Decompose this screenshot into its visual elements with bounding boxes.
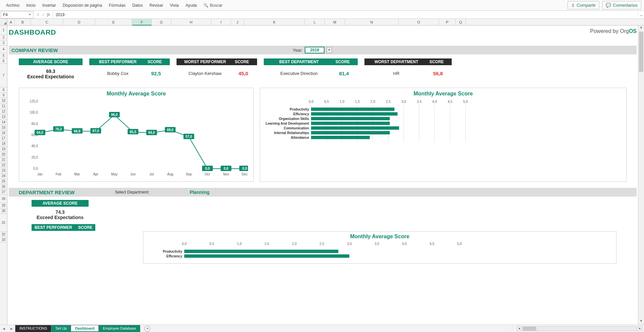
row-header-10[interactable]: 10 — [0, 98, 7, 103]
search-box[interactable]: 🔍 Buscar — [200, 1, 226, 10]
row-header-9[interactable]: 9 — [0, 93, 7, 98]
hscroll-right-icon[interactable]: ► — [637, 326, 643, 331]
row-header-14[interactable]: 14 — [0, 120, 7, 125]
worksheet-content[interactable]: Powered by OrgOS DASHBOARD COMPANY REVIE… — [7, 26, 638, 325]
tab-nav-prev-icon[interactable]: ◄ — [0, 327, 8, 331]
svg-text:Learning And Development: Learning And Development — [265, 122, 309, 125]
vertical-scrollbar[interactable]: ▲ ▼ — [638, 26, 644, 325]
formula-expand-icon[interactable]: ⌄ — [638, 12, 644, 17]
column-header-Q[interactable]: Q — [456, 19, 466, 26]
column-header-H[interactable]: H — [171, 19, 211, 26]
scroll-thumb[interactable] — [639, 32, 643, 72]
row-header-18[interactable]: 18 — [0, 141, 7, 147]
row-header-15[interactable]: 15 — [0, 125, 7, 130]
menu-disposicion[interactable]: Disposición de página — [59, 1, 105, 10]
select-all-corner[interactable] — [0, 19, 7, 26]
row-header-21[interactable]: 21 — [0, 157, 7, 163]
scroll-up-icon[interactable]: ▲ — [638, 26, 644, 31]
menu-formulas[interactable]: Fórmulas — [105, 1, 129, 10]
row-header-30[interactable]: 30 — [0, 208, 7, 214]
row-header-7[interactable]: 7 — [0, 64, 7, 87]
hscroll-left-icon[interactable]: ◄ — [516, 326, 522, 331]
svg-text:Communication: Communication — [284, 126, 309, 130]
chart-category-bars[interactable]: Monthly Average Score 0,00,51,01,52,02,5… — [260, 88, 627, 182]
column-header-D[interactable]: D — [63, 19, 95, 26]
scroll-down-icon[interactable]: ▼ — [638, 319, 644, 325]
row-header-29[interactable]: 29 — [0, 203, 7, 208]
row-header-27[interactable]: 27 — [0, 190, 7, 195]
column-header-B[interactable]: B — [15, 19, 31, 26]
row-header-4[interactable]: 4 — [0, 46, 7, 53]
svg-text:67,0: 67,0 — [93, 129, 99, 133]
column-header-M[interactable]: M — [325, 19, 345, 26]
sheet-tab-dashboard[interactable]: Dashboard — [71, 325, 99, 332]
fx-icon[interactable]: fx — [47, 12, 50, 17]
row-header-26[interactable]: 26 — [0, 184, 7, 190]
cancel-formula-icon[interactable]: ✕ — [36, 12, 40, 17]
tab-split-handle[interactable]: ⋮ — [510, 326, 516, 331]
menu-inicio[interactable]: Inicio — [23, 1, 39, 10]
sheet-tab-set-up[interactable]: Set Up — [51, 325, 71, 332]
row-header-12[interactable]: 12 — [0, 109, 7, 114]
row-header-24[interactable]: 24 — [0, 173, 7, 179]
column-header-N[interactable]: N — [345, 19, 399, 26]
row-header-8[interactable]: 8 — [0, 87, 7, 93]
dashboard-title: DASHBOARD — [9, 28, 637, 36]
menu-revisar[interactable]: Revisar — [146, 1, 167, 10]
chart-monthly-line[interactable]: Monthly Average Score 0,020,040,060,080,… — [19, 88, 254, 182]
formula-input[interactable]: 2019 — [53, 11, 638, 18]
year-dropdown-icon[interactable]: ▼ — [327, 47, 332, 53]
menu-vista[interactable]: Vista — [166, 1, 182, 10]
column-header-O[interactable]: O — [399, 19, 439, 26]
share-button[interactable]: ⇫ Compartir — [567, 1, 599, 9]
tab-nav-next-icon[interactable]: ► — [8, 327, 15, 331]
row-header-33[interactable]: 33 — [0, 237, 7, 243]
column-header-A[interactable]: A — [7, 19, 15, 26]
svg-text:4,5: 4,5 — [448, 100, 452, 103]
hscroll-thumb[interactable] — [523, 327, 536, 331]
row-header-6[interactable]: 6 — [0, 58, 7, 64]
year-cell[interactable]: 2019 — [305, 47, 325, 53]
column-header-G[interactable]: G — [152, 19, 171, 26]
column-header-C[interactable]: C — [31, 19, 63, 26]
row-header-28[interactable]: 28 — [0, 195, 7, 203]
sheet-tab-instructions[interactable]: INSTRUCTIONS — [15, 325, 52, 332]
row-header-13[interactable]: 13 — [0, 114, 7, 120]
column-header-I[interactable]: I — [211, 19, 231, 26]
row-header-17[interactable]: 17 — [0, 136, 7, 141]
column-header-K[interactable]: K — [244, 19, 305, 26]
row-header-32[interactable]: 32 — [0, 232, 7, 237]
name-box[interactable]: F4 ▼ — [1, 11, 34, 18]
svg-text:Dec: Dec — [242, 172, 248, 176]
horizontal-scrollbar[interactable] — [523, 326, 637, 331]
row-header-25[interactable]: 25 — [0, 179, 7, 184]
menu-datos[interactable]: Datos — [129, 1, 146, 10]
row-header-1[interactable]: 1 — [0, 26, 7, 35]
menu-ayuda[interactable]: Ayuda — [182, 1, 200, 10]
row-header-20[interactable]: 20 — [0, 152, 7, 157]
column-header-J[interactable]: J — [231, 19, 244, 26]
comments-button[interactable]: 💬 Comentarios — [602, 1, 641, 9]
dept-chart[interactable]: Monthly Average Score 0,00,51,01,52,02,5… — [143, 231, 616, 264]
row-header-5[interactable]: 5 — [0, 53, 7, 58]
column-header-P[interactable]: P — [439, 19, 456, 26]
add-sheet-button[interactable]: + — [144, 326, 150, 332]
menu-insertar[interactable]: Insertar — [39, 1, 59, 10]
row-header-19[interactable]: 19 — [0, 147, 7, 152]
menu-archivo[interactable]: Archivo — [3, 1, 23, 10]
kpi-row: AVERAGE SCORE 69.3 Exceed Expectations B… — [19, 58, 627, 82]
column-header-E[interactable]: E — [95, 19, 132, 26]
row-header-11[interactable]: 11 — [0, 103, 7, 109]
column-header-F[interactable]: F — [132, 19, 152, 26]
row-header-22[interactable]: 22 — [0, 163, 7, 168]
name-box-dropdown-icon[interactable]: ▼ — [29, 13, 31, 16]
row-header-31[interactable]: 31 — [0, 214, 7, 232]
column-header-L[interactable]: L — [305, 19, 325, 26]
department-value[interactable]: Planning — [190, 190, 209, 195]
row-header-3[interactable]: 3 — [0, 40, 7, 46]
row-header-16[interactable]: 16 — [0, 130, 7, 136]
accept-formula-icon[interactable]: ✓ — [42, 12, 45, 17]
row-header-23[interactable]: 23 — [0, 168, 7, 173]
sheet-tab-employee-database[interactable]: Employee Database — [98, 325, 140, 332]
row-header-2[interactable]: 2 — [0, 35, 7, 40]
